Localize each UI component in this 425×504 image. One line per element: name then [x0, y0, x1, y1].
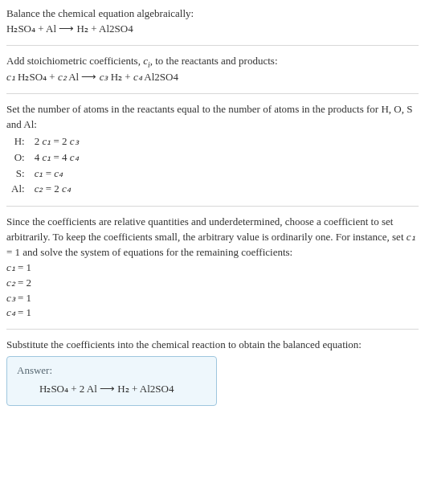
- solve-text: Since the coefficients are relative quan…: [6, 215, 419, 260]
- coefficient-line: c₃ = 1: [6, 291, 419, 306]
- divider: [6, 45, 419, 46]
- element-equation: c₂ = 2 c₄: [30, 182, 84, 198]
- section-atom-balance: Set the number of atoms in the reactants…: [6, 102, 419, 198]
- section-coefficients: Add stoichiometric coefficients, ci, to …: [6, 54, 419, 86]
- element-label: Al:: [6, 182, 30, 198]
- divider: [6, 206, 419, 207]
- coefficient-line: c₂ = 2: [6, 276, 419, 291]
- answer-header: Answer:: [17, 363, 206, 379]
- section-problem: Balance the chemical equation algebraica…: [6, 6, 419, 37]
- balanced-equation: H₂SO₄ + 2 Al ⟶ H₂ + Al2SO4: [17, 382, 206, 397]
- element-label: H:: [6, 134, 30, 150]
- element-label: S:: [6, 166, 30, 182]
- element-label: O:: [6, 150, 30, 166]
- coefficient-line: c₁ = 1: [6, 260, 419, 276]
- coeff-intro: Add stoichiometric coefficients, ci, to …: [6, 54, 419, 71]
- unbalanced-equation: H₂SO₄ + Al ⟶ H₂ + Al2SO4: [6, 22, 419, 37]
- section-substitute: Substitute the coefficients into the che…: [6, 338, 419, 353]
- coefficient-values: c₁ = 1c₂ = 2c₃ = 1c₄ = 1: [6, 260, 419, 321]
- balance-row: O:4 c₁ = 4 c₄: [6, 150, 84, 166]
- balance-table: H:2 c₁ = 2 c₃O:4 c₁ = 4 c₄S:c₁ = c₄Al:c₂…: [6, 134, 84, 198]
- balance-row: Al:c₂ = 2 c₄: [6, 182, 84, 198]
- element-equation: c₁ = c₄: [30, 166, 84, 182]
- divider: [6, 93, 419, 94]
- substitute-text: Substitute the coefficients into the che…: [6, 338, 419, 353]
- coeff-equation: c₁ H₂SO₄ + c₂ Al ⟶ c₃ H₂ + c₄ Al2SO4: [6, 70, 419, 85]
- balance-intro: Set the number of atoms in the reactants…: [6, 102, 419, 133]
- coefficient-line: c₄ = 1: [6, 305, 419, 321]
- answer-box: Answer: H₂SO₄ + 2 Al ⟶ H₂ + Al2SO4: [6, 356, 217, 406]
- section-solve: Since the coefficients are relative quan…: [6, 215, 419, 321]
- divider: [6, 329, 419, 330]
- balance-row: H:2 c₁ = 2 c₃: [6, 134, 84, 150]
- element-equation: 2 c₁ = 2 c₃: [30, 134, 84, 150]
- balance-row: S:c₁ = c₄: [6, 166, 84, 182]
- element-equation: 4 c₁ = 4 c₄: [30, 150, 84, 166]
- problem-statement: Balance the chemical equation algebraica…: [6, 6, 419, 22]
